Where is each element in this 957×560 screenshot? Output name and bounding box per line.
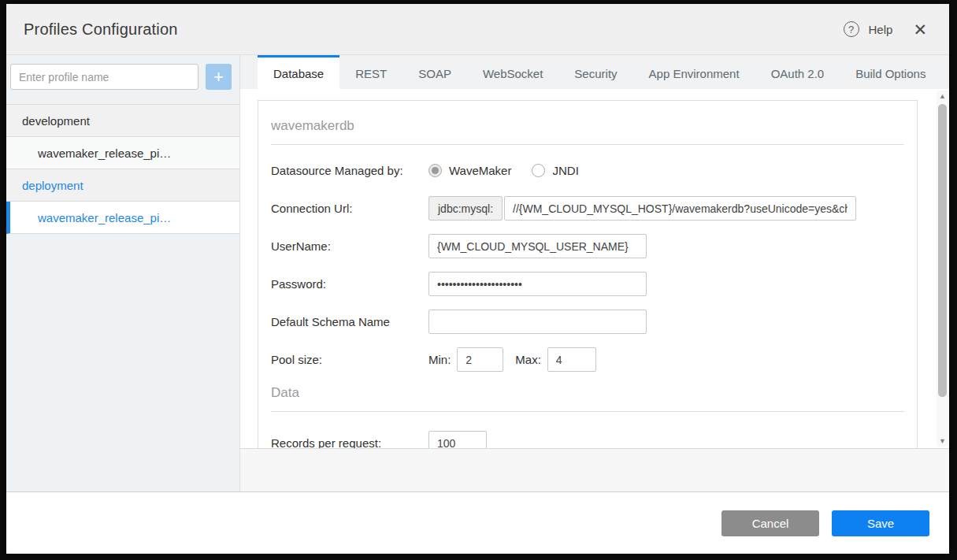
radio-wavemaker-dot: [428, 164, 442, 177]
dialog-header: Profiles Configuration ? Help ✕: [6, 4, 949, 55]
dialog-footer: Cancel Save: [6, 492, 949, 554]
password-label: Password:: [271, 277, 428, 291]
records-per-request-label: Records per request:: [271, 436, 428, 449]
help-icon[interactable]: ?: [844, 21, 859, 37]
vertical-scrollbar[interactable]: ▲ ▼: [937, 91, 948, 447]
scrollbar-thumb[interactable]: [938, 104, 947, 397]
radio-wavemaker[interactable]: WaveMaker: [428, 164, 511, 177]
pool-max-label: Max:: [515, 353, 541, 366]
tab-oauth-2-0[interactable]: OAuth 2.0: [755, 55, 840, 89]
default-schema-row: Default Schema Name: [271, 310, 904, 334]
radio-wavemaker-label: WaveMaker: [449, 164, 511, 177]
tab-build-options[interactable]: Build Options: [840, 55, 941, 89]
profile-tabs: Database REST SOAP WebSocket Security Ap…: [240, 55, 949, 89]
sidebar-item-development[interactable]: development: [6, 105, 239, 137]
add-profile-button[interactable]: +: [206, 64, 232, 90]
database-tab-content: wavemakerdb Datasource Managed by: WaveM…: [240, 89, 949, 449]
scroll-up-icon[interactable]: ▲: [939, 91, 946, 102]
pool-max-input[interactable]: [547, 347, 596, 372]
connection-url-prefix: jdbc:mysql:: [428, 196, 503, 221]
datasource-managed-by-label: Datasource Managed by:: [271, 164, 428, 177]
username-row: UserName:: [271, 234, 904, 258]
dialog-body: + development wavemaker_release_pi… depl…: [6, 55, 949, 492]
profile-name-input[interactable]: [10, 64, 198, 90]
content-bottom-strip: [240, 449, 949, 491]
pool-size-label: Pool size:: [271, 353, 428, 366]
pool-min-label: Min:: [428, 353, 451, 366]
pool-size-row: Pool size: Min: Max:: [271, 347, 904, 372]
tab-rest[interactable]: REST: [339, 55, 402, 89]
section-divider: [271, 144, 904, 145]
username-label: UserName:: [271, 239, 428, 253]
connection-url-label: Connection Url:: [271, 202, 428, 215]
default-schema-input[interactable]: [428, 310, 647, 334]
password-row: Password:: [271, 272, 904, 296]
radio-jndi[interactable]: JNDI: [532, 164, 578, 177]
pool-min-input[interactable]: [457, 347, 503, 372]
sidebar-item-deployment[interactable]: deployment: [6, 169, 239, 202]
sidebar-item-wavemaker-release-dev[interactable]: wavemaker_release_pi…: [6, 137, 239, 169]
tab-app-environment[interactable]: App Environment: [633, 55, 755, 89]
tab-soap[interactable]: SOAP: [402, 55, 467, 89]
scroll-down-icon[interactable]: ▼: [939, 436, 946, 447]
tab-websocket[interactable]: WebSocket: [467, 55, 558, 89]
radio-jndi-dot: [532, 164, 545, 177]
records-per-request-input[interactable]: [428, 431, 487, 449]
profiles-configuration-dialog: Profiles Configuration ? Help ✕ + develo…: [6, 4, 949, 554]
datasource-managed-by-row: Datasource Managed by: WaveMaker JNDI: [271, 158, 904, 183]
profiles-sidebar: + development wavemaker_release_pi… depl…: [6, 55, 240, 491]
section-title-wavemakerdb: wavemakerdb: [271, 118, 904, 134]
tab-security[interactable]: Security: [558, 55, 632, 89]
connection-url-row: Connection Url: jdbc:mysql:: [271, 196, 904, 221]
password-input[interactable]: [428, 272, 647, 296]
save-button[interactable]: Save: [832, 510, 929, 536]
username-input[interactable]: [428, 234, 647, 258]
profile-list: development wavemaker_release_pi… deploy…: [6, 104, 239, 234]
radio-jndi-label: JNDI: [552, 164, 578, 177]
section-title-data: Data: [271, 385, 904, 401]
records-per-request-row: Records per request:: [271, 431, 904, 449]
wavemakerdb-panel: wavemakerdb Datasource Managed by: WaveM…: [258, 100, 918, 449]
profile-detail-pane: Database REST SOAP WebSocket Security Ap…: [240, 55, 949, 491]
help-button[interactable]: Help: [869, 23, 893, 36]
page-title: Profiles Configuration: [24, 20, 178, 39]
close-icon[interactable]: ✕: [913, 21, 927, 38]
default-schema-label: Default Schema Name: [271, 315, 428, 328]
tab-database[interactable]: Database: [258, 55, 339, 89]
section-divider: [271, 411, 904, 412]
connection-url-input[interactable]: [504, 196, 856, 221]
cancel-button[interactable]: Cancel: [721, 510, 819, 536]
sidebar-item-wavemaker-release-deploy[interactable]: wavemaker_release_pi…: [6, 202, 239, 234]
